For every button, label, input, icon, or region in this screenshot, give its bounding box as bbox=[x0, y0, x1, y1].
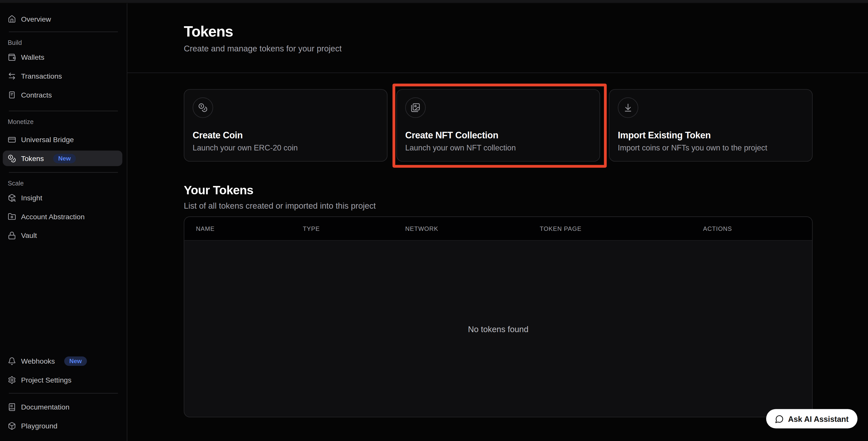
sidebar-item-label: Project Settings bbox=[21, 376, 71, 384]
sidebar-section-monetize: Monetize bbox=[8, 119, 119, 125]
sidebar-item-vault[interactable]: Vault bbox=[3, 227, 122, 243]
divider bbox=[9, 172, 118, 172]
new-badge: New bbox=[64, 356, 87, 366]
credit-card-icon bbox=[8, 135, 16, 144]
table-header-row: NAME TYPE NETWORK TOKEN PAGE ACTIONS bbox=[184, 217, 812, 241]
sidebar-item-label: Tokens bbox=[21, 154, 43, 162]
sidebar-item-project-settings[interactable]: Project Settings bbox=[3, 372, 122, 387]
card-title: Import Existing Token bbox=[618, 130, 804, 140]
your-tokens-title: Your Tokens bbox=[184, 183, 812, 197]
card-description: Launch your own NFT collection bbox=[405, 144, 591, 153]
gear-icon bbox=[8, 376, 16, 384]
token-action-cards: Create Coin Launch your own ERC-20 coin … bbox=[184, 89, 812, 162]
sidebar-item-documentation[interactable]: Documentation bbox=[3, 399, 122, 415]
sidebar-item-webhooks[interactable]: Webhooks New bbox=[3, 353, 122, 369]
cube-icon bbox=[8, 421, 16, 430]
arrows-left-right-icon bbox=[8, 71, 16, 80]
sidebar-item-tokens[interactable]: Tokens New bbox=[3, 151, 122, 166]
card-title: Create Coin bbox=[192, 130, 378, 140]
sidebar-item-wallets[interactable]: Wallets bbox=[3, 49, 122, 65]
window-top-strip bbox=[0, 0, 868, 3]
sidebar-item-universal-bridge[interactable]: Universal Bridge bbox=[3, 132, 122, 148]
your-tokens-subtitle: List of all tokens created or imported i… bbox=[184, 200, 812, 212]
wallet-icon bbox=[8, 53, 16, 61]
document-icon bbox=[8, 91, 16, 99]
card-description: Import coins or NFTs you own to the proj… bbox=[618, 144, 804, 153]
download-icon bbox=[618, 97, 638, 118]
chat-bubble-icon bbox=[775, 414, 783, 423]
column-header-token-page: TOKEN PAGE bbox=[528, 225, 691, 232]
sidebar-item-overview[interactable]: Overview bbox=[3, 11, 122, 27]
page-header: Tokens Create and manage tokens for your… bbox=[127, 3, 868, 54]
page-subtitle: Create and manage tokens for your projec… bbox=[184, 43, 812, 54]
sidebar: Overview Build Wallets Transactions bbox=[0, 3, 127, 441]
coins-icon bbox=[8, 154, 16, 162]
divider bbox=[9, 393, 118, 393]
ask-ai-assistant-button[interactable]: Ask AI Assistant bbox=[766, 409, 858, 429]
sidebar-item-contracts[interactable]: Contracts bbox=[3, 87, 122, 102]
sidebar-item-account-abstraction[interactable]: Account Abstraction bbox=[3, 209, 122, 224]
coins-icon bbox=[192, 97, 213, 118]
sidebar-item-label: Overview bbox=[21, 14, 51, 23]
images-icon bbox=[405, 97, 426, 118]
sidebar-item-label: Documentation bbox=[21, 403, 69, 411]
home-icon bbox=[8, 14, 16, 23]
card-description: Launch your own ERC-20 coin bbox=[192, 144, 378, 153]
sidebar-item-label: Playground bbox=[21, 421, 57, 430]
book-icon bbox=[8, 403, 16, 411]
sidebar-item-insight[interactable]: Insight bbox=[3, 190, 122, 206]
ask-ai-assistant-label: Ask AI Assistant bbox=[788, 414, 848, 423]
empty-state-text: No tokens found bbox=[468, 324, 528, 334]
card-title: Create NFT Collection bbox=[405, 130, 591, 140]
sidebar-item-label: Vault bbox=[21, 231, 37, 240]
sidebar-section-scale: Scale bbox=[8, 180, 119, 187]
sidebar-item-playground[interactable]: Playground bbox=[3, 418, 122, 434]
sidebar-item-label: Insight bbox=[21, 193, 42, 202]
folder-coin-icon bbox=[8, 212, 16, 220]
package-search-icon bbox=[8, 193, 16, 202]
column-header-network: NETWORK bbox=[394, 225, 528, 232]
app-window: Overview Build Wallets Transactions bbox=[0, 0, 868, 441]
divider bbox=[9, 111, 118, 111]
table-body: No tokens found bbox=[184, 241, 812, 416]
page-title: Tokens bbox=[184, 23, 812, 40]
tokens-table: NAME TYPE NETWORK TOKEN PAGE ACTIONS No … bbox=[184, 217, 812, 417]
column-header-name: NAME bbox=[184, 225, 291, 232]
divider bbox=[9, 32, 118, 32]
sidebar-item-label: Contracts bbox=[21, 91, 52, 99]
sidebar-item-label: Wallets bbox=[21, 53, 44, 61]
sidebar-item-label: Account Abstraction bbox=[21, 212, 85, 220]
column-header-actions: ACTIONS bbox=[691, 225, 812, 232]
new-badge: New bbox=[53, 154, 75, 163]
column-header-type: TYPE bbox=[291, 225, 394, 232]
main-content: Tokens Create and manage tokens for your… bbox=[127, 3, 868, 441]
sidebar-item-label: Webhooks bbox=[21, 357, 55, 365]
create-coin-card[interactable]: Create Coin Launch your own ERC-20 coin bbox=[184, 89, 388, 162]
create-nft-collection-card[interactable]: Create NFT Collection Launch your own NF… bbox=[397, 89, 600, 162]
sidebar-footer: Webhooks New Project Settings Documentat… bbox=[0, 353, 127, 437]
sidebar-section-build: Build bbox=[8, 39, 119, 46]
sidebar-item-label: Transactions bbox=[21, 71, 62, 80]
bell-icon bbox=[8, 357, 16, 365]
sidebar-item-transactions[interactable]: Transactions bbox=[3, 68, 122, 84]
import-existing-token-card[interactable]: Import Existing Token Import coins or NF… bbox=[609, 89, 812, 162]
lock-icon bbox=[8, 231, 16, 240]
sidebar-item-label: Universal Bridge bbox=[21, 135, 73, 144]
